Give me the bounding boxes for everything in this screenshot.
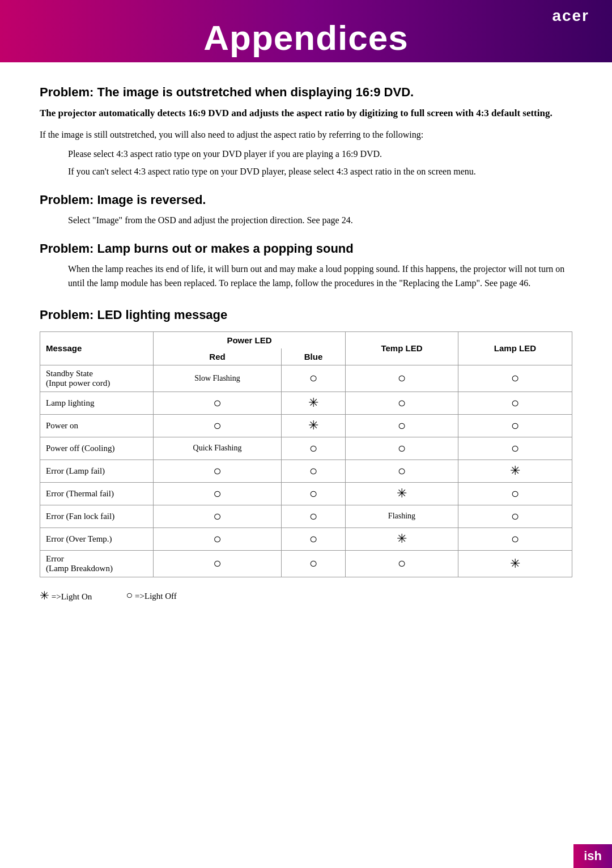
cell-blue: ○: [282, 437, 346, 459]
problem-1-bold-desc: The projector automatically detects 16:9…: [40, 105, 572, 121]
problem-section-4: Problem: LED lighting message Message Po…: [40, 308, 572, 602]
table-header-row-1: Message Power LED Temp LED Lamp LED: [40, 331, 572, 348]
cell-message: Error (Thermal fail): [40, 482, 154, 505]
led-table: Message Power LED Temp LED Lamp LED Red …: [40, 331, 572, 577]
light-off-label: =>Light Off: [135, 592, 177, 601]
cell-blue: ○: [282, 550, 346, 577]
cell-red: Quick Flashing: [154, 437, 282, 459]
cell-message: Power on: [40, 414, 154, 437]
cell-lamp: ○: [458, 414, 572, 437]
led-table-body: Standby State(Input power cord)Slow Flas…: [40, 365, 572, 577]
cell-lamp: ○: [458, 392, 572, 414]
cell-red: ○: [154, 527, 282, 550]
table-row: Lamp lighting○✳○○: [40, 392, 572, 414]
cell-temp: ○: [346, 414, 458, 437]
cell-blue: ✳: [282, 414, 346, 437]
cell-blue: ○: [282, 527, 346, 550]
cell-temp: ✳: [346, 527, 458, 550]
cell-message: Error (Fan lock fail): [40, 505, 154, 527]
cell-blue: ○: [282, 482, 346, 505]
legend-light-on: ✳ =>Light On: [40, 589, 92, 602]
cell-temp: ○: [346, 550, 458, 577]
cell-blue: ○: [282, 365, 346, 392]
cell-lamp: ○: [458, 482, 572, 505]
page-corner-label: ish: [573, 844, 612, 868]
light-off-symbol: ○: [126, 589, 133, 601]
cell-red: ○: [154, 459, 282, 482]
problem-1-heading: Problem: The image is outstretched when …: [40, 85, 572, 100]
light-on-symbol: ✳: [40, 589, 49, 602]
problem-2-heading: Problem: Image is reversed.: [40, 193, 572, 207]
cell-red: Slow Flashing: [154, 365, 282, 392]
problem-1-bullet-2: If you can't select 4:3 aspect ratio typ…: [40, 164, 572, 179]
cell-lamp: ○: [458, 505, 572, 527]
table-row: Error (Fan lock fail)○○Flashing○: [40, 505, 572, 527]
legend-light-off: ○ =>Light Off: [126, 589, 177, 602]
cell-message: Error(Lamp Breakdown): [40, 550, 154, 577]
cell-temp: ○: [346, 392, 458, 414]
table-row: Power off (Cooling)Quick Flashing○○○: [40, 437, 572, 459]
problem-1-para: If the image is still outstretched, you …: [40, 127, 572, 142]
page-header: acer Appendices: [0, 0, 612, 62]
cell-temp: Flashing: [346, 505, 458, 527]
cell-blue: ○: [282, 459, 346, 482]
col-lamp-led: Lamp LED: [458, 331, 572, 365]
cell-lamp: ○: [458, 365, 572, 392]
acer-logo: acer: [552, 7, 589, 25]
table-row: Power on○✳○○: [40, 414, 572, 437]
cell-temp: ✳: [346, 482, 458, 505]
cell-red: ○: [154, 550, 282, 577]
cell-message: Power off (Cooling): [40, 437, 154, 459]
cell-message: Error (Lamp fail): [40, 459, 154, 482]
cell-message: Standby State(Input power cord): [40, 365, 154, 392]
cell-temp: ○: [346, 437, 458, 459]
page-content: Problem: The image is outstretched when …: [0, 62, 612, 625]
col-temp-led: Temp LED: [346, 331, 458, 365]
problem-section-1: Problem: The image is outstretched when …: [40, 85, 572, 179]
cell-lamp: ○: [458, 437, 572, 459]
cell-blue: ○: [282, 505, 346, 527]
problem-2-para: Select "Image" from the OSD and adjust t…: [40, 213, 572, 228]
table-row: Error(Lamp Breakdown)○○○✳: [40, 550, 572, 577]
cell-red: ○: [154, 482, 282, 505]
cell-lamp: ✳: [458, 459, 572, 482]
problem-3-para: When the lamp reaches its end of life, i…: [40, 262, 572, 291]
table-row: Error (Over Temp.)○○✳○: [40, 527, 572, 550]
col-message: Message: [40, 331, 154, 365]
cell-lamp: ○: [458, 527, 572, 550]
problem-section-3: Problem: Lamp burns out or makes a poppi…: [40, 241, 572, 291]
problem-3-heading: Problem: Lamp burns out or makes a poppi…: [40, 241, 572, 256]
cell-blue: ✳: [282, 392, 346, 414]
cell-lamp: ✳: [458, 550, 572, 577]
col-blue: Blue: [282, 348, 346, 365]
table-row: Standby State(Input power cord)Slow Flas…: [40, 365, 572, 392]
light-on-label: =>Light On: [52, 592, 92, 601]
legend: ✳ =>Light On ○ =>Light Off: [40, 589, 572, 602]
cell-temp: ○: [346, 365, 458, 392]
problem-1-bullet-1: Please select 4:3 aspect ratio type on y…: [40, 147, 572, 161]
cell-red: ○: [154, 414, 282, 437]
cell-red: ○: [154, 505, 282, 527]
col-power-led: Power LED: [154, 331, 346, 348]
cell-red: ○: [154, 392, 282, 414]
cell-temp: ○: [346, 459, 458, 482]
problem-4-heading: Problem: LED lighting message: [40, 308, 572, 322]
cell-message: Lamp lighting: [40, 392, 154, 414]
table-row: Error (Lamp fail)○○○✳: [40, 459, 572, 482]
page-title: Appendices: [203, 18, 408, 58]
table-row: Error (Thermal fail)○○✳○: [40, 482, 572, 505]
problem-section-2: Problem: Image is reversed. Select "Imag…: [40, 193, 572, 228]
col-red: Red: [154, 348, 282, 365]
cell-message: Error (Over Temp.): [40, 527, 154, 550]
